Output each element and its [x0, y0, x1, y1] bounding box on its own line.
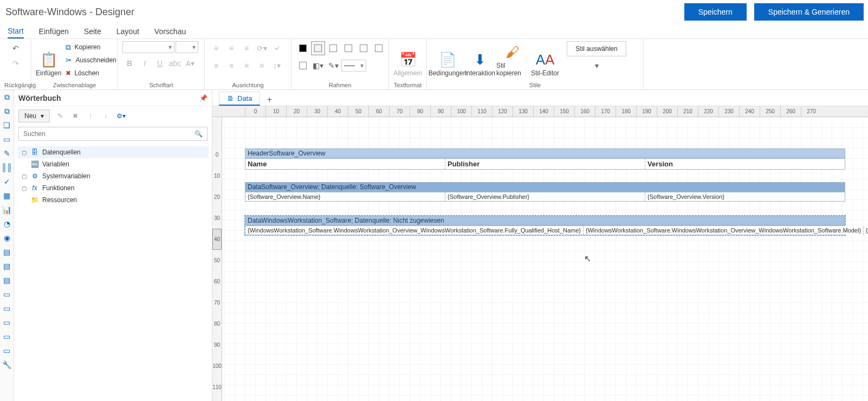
- header-band[interactable]: HeaderSoftware_Overview Name Publisher V…: [245, 148, 845, 170]
- vtool-10[interactable]: ◔: [2, 219, 12, 229]
- vtool-12[interactable]: ▤: [2, 247, 12, 257]
- tree-variables[interactable]: 🔤Variablen: [17, 158, 209, 170]
- align-center-top[interactable]: ≡: [224, 41, 238, 55]
- delete-button[interactable]: ✖Löschen: [63, 67, 118, 79]
- panel-title: Wörterbuch: [18, 94, 61, 102]
- tree-resources[interactable]: 📁Ressourcen: [17, 194, 209, 206]
- redo-button[interactable]: ↷: [9, 56, 23, 70]
- vtool-20[interactable]: 🔧: [2, 360, 12, 370]
- vtool-9[interactable]: 📊: [2, 205, 12, 215]
- italic-button[interactable]: I: [138, 56, 152, 70]
- vtool-18[interactable]: ▭: [2, 332, 12, 341]
- data1-col-publisher[interactable]: {Software_Overview.Publisher}: [445, 192, 645, 201]
- copy-style-button[interactable]: 🖌Stil kopieren: [496, 41, 529, 77]
- vtool-16[interactable]: ▭: [2, 303, 12, 313]
- border-bottom[interactable]: [372, 41, 386, 55]
- align-right[interactable]: ≡: [239, 59, 254, 73]
- header-col-publisher[interactable]: Publisher: [445, 159, 645, 169]
- tree-datasources[interactable]: ▢🗄Datenquellen: [17, 146, 209, 158]
- border-all[interactable]: [296, 41, 310, 55]
- save-generate-button[interactable]: Speichern & Generieren: [754, 3, 864, 21]
- interaction-button[interactable]: ⬇Interaktion: [464, 41, 496, 77]
- search-icon[interactable]: 🔍: [190, 130, 207, 138]
- vtool-15[interactable]: ▭: [2, 289, 12, 299]
- move-down-button[interactable]: ↓: [101, 111, 111, 121]
- data1-col-version[interactable]: {Software_Overview.Version}: [645, 192, 845, 201]
- delete-item-button[interactable]: ✖: [70, 111, 80, 121]
- header-col-version[interactable]: Version: [645, 159, 845, 169]
- settings-gear-button[interactable]: ⚙▾: [116, 111, 126, 121]
- align-left[interactable]: ≡: [209, 59, 223, 73]
- vtool-7[interactable]: ✓: [2, 177, 12, 186]
- doc-tab-data[interactable]: 🗎Data: [219, 92, 260, 106]
- data2-band[interactable]: DataWindowsWorkstation_Software; Datenqu…: [245, 216, 845, 235]
- tab-start[interactable]: Start: [8, 24, 24, 38]
- vtool-3[interactable]: ❏: [2, 120, 12, 130]
- pin-icon[interactable]: 📌: [199, 94, 208, 102]
- move-up-button[interactable]: ↑: [86, 111, 95, 121]
- delete-icon: ✖: [66, 69, 71, 77]
- align-center[interactable]: ≡: [224, 59, 238, 73]
- border-none[interactable]: [311, 41, 325, 55]
- font-color-button[interactable]: A▾: [183, 56, 197, 70]
- tree-sysvars[interactable]: ▢⚙Systemvariablen: [17, 170, 209, 182]
- border-outer[interactable]: [296, 59, 310, 73]
- data1-col-name[interactable]: {Software_Overview.Name}: [245, 192, 445, 201]
- underline-button[interactable]: U: [153, 56, 167, 70]
- vtool-1[interactable]: ⧉: [2, 92, 12, 102]
- data1-band[interactable]: DataSoftware_Overview; Datenquelle: Soft…: [245, 182, 845, 202]
- fill-color[interactable]: ◧▾: [311, 59, 325, 73]
- vtool-2[interactable]: ⧉: [2, 106, 12, 116]
- design-surface[interactable]: HeaderSoftware_Overview Name Publisher V…: [222, 117, 868, 401]
- line-spacing[interactable]: ↕▾: [270, 59, 284, 73]
- paste-button[interactable]: 📋 Einfügen: [36, 41, 61, 77]
- align-justify[interactable]: ≡: [255, 59, 269, 73]
- edit-item-button[interactable]: ✎: [55, 111, 65, 121]
- data2-col-3[interactable]: {WindowsWorkstation_Software.WindowsWork…: [864, 226, 868, 235]
- tab-preview[interactable]: Vorschau: [154, 24, 186, 38]
- rotate-button[interactable]: ⟳▾: [255, 41, 269, 55]
- wrap-button[interactable]: ⤶: [270, 41, 284, 55]
- font-name-combo[interactable]: ▾: [122, 41, 174, 53]
- align-right-top[interactable]: ≡: [239, 41, 254, 55]
- vtool-6[interactable]: ║║: [2, 163, 12, 172]
- conditions-button[interactable]: 📄Bedingungen: [431, 41, 464, 77]
- font-size-combo[interactable]: ▾: [176, 41, 198, 53]
- header-col-name[interactable]: Name: [245, 159, 445, 169]
- align-left-top[interactable]: ≡: [209, 41, 223, 55]
- search-input[interactable]: [19, 130, 190, 138]
- vtool-13[interactable]: ▤: [2, 261, 12, 271]
- vtool-4[interactable]: ▭: [2, 134, 12, 144]
- border-color[interactable]: ✎▾: [326, 59, 340, 73]
- cut-button[interactable]: ✂Ausschneiden: [63, 54, 118, 66]
- tab-layout[interactable]: Layout: [116, 24, 139, 38]
- save-button[interactable]: Speichern: [684, 3, 747, 21]
- vtool-17[interactable]: ▭: [2, 318, 12, 327]
- strike-button[interactable]: abc: [168, 56, 182, 70]
- style-editor-button[interactable]: AAStil-Editor: [529, 41, 561, 77]
- border-top[interactable]: [341, 41, 355, 55]
- border-left[interactable]: [326, 41, 340, 55]
- tab-insert[interactable]: Einfügen: [39, 24, 69, 38]
- border-right[interactable]: [357, 41, 371, 55]
- data2-col-2[interactable]: {WindowsWorkstation_Software.WindowsWork…: [584, 226, 864, 235]
- search-box[interactable]: 🔍: [18, 127, 208, 141]
- bold-button[interactable]: B: [122, 56, 137, 70]
- tree-functions[interactable]: ▢fxFunktionen: [17, 182, 209, 194]
- vtool-19[interactable]: ▭: [2, 346, 12, 355]
- tab-page[interactable]: Seite: [84, 24, 101, 38]
- vtool-14[interactable]: ▤: [2, 275, 12, 285]
- add-tab-button[interactable]: +: [263, 94, 275, 106]
- border-style-combo[interactable]: ▾: [341, 60, 366, 72]
- textformat-general[interactable]: 📅 Allgemein: [393, 41, 422, 77]
- new-dropdown[interactable]: Neu▾: [18, 109, 50, 122]
- vtool-11[interactable]: ◉: [2, 233, 12, 243]
- undo-button[interactable]: ↶: [9, 41, 23, 55]
- vtool-8[interactable]: ▦: [2, 191, 12, 200]
- data2-col-1[interactable]: {WindowsWorkstation_Software.WindowsWork…: [245, 226, 584, 235]
- style-dropdown[interactable]: ▾: [567, 59, 626, 73]
- vtool-5[interactable]: ✎: [2, 148, 12, 158]
- select-style-combo[interactable]: Stil auswählen: [567, 41, 626, 56]
- copy-button[interactable]: ⧉Kopieren: [63, 41, 118, 53]
- vertical-toolbar: ⧉ ⧉ ❏ ▭ ✎ ║║ ✓ ▦ 📊 ◔ ◉ ▤ ▤ ▤ ▭ ▭ ▭ ▭ ▭ 🔧: [0, 90, 14, 401]
